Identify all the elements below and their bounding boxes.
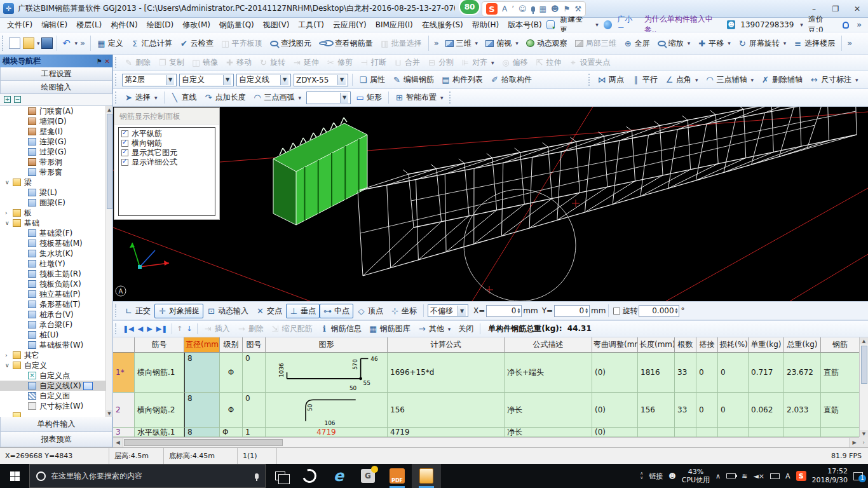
collapse-all-icon[interactable]: − (14, 96, 21, 103)
rebar-toolbar-button[interactable]: ⇲ 缩尺配筋 (268, 322, 316, 336)
toolbar-handle[interactable] (115, 74, 118, 86)
scrollbar-thumb[interactable] (861, 346, 867, 384)
cell-picno[interactable]: 0 (243, 353, 266, 393)
emoji-icon[interactable]: ☺ (519, 4, 527, 13)
toolbar-button[interactable]: ╲ 直线 (167, 90, 201, 105)
tree-item[interactable]: › 板 (0, 208, 112, 218)
chevron-down-icon[interactable]: ▼ (337, 75, 346, 85)
rebar-toolbar-button[interactable]: 关闭 (454, 322, 477, 336)
snap-button[interactable]: ⊶ 中点 (320, 304, 353, 318)
row-number[interactable]: 3 (113, 428, 135, 437)
rebar-toolbar-button[interactable]: ▦ 钢筋图库 (365, 322, 414, 336)
toolbar-button[interactable]: ✎ 删除 (121, 55, 154, 70)
dropdown-select[interactable]: ZDYX-55 ▼ (294, 74, 348, 86)
toolbar-button[interactable]: ✂ 修剪 (323, 55, 356, 70)
menu-item[interactable]: 编辑(E) (37, 20, 72, 30)
toolbar-button[interactable]: ✐ 拾取构件 (487, 72, 536, 87)
search-mic-icon[interactable] (255, 473, 259, 479)
next-record-icon[interactable]: ▶ (145, 325, 154, 333)
cell-qty[interactable]: 33 (675, 393, 696, 428)
tree-item[interactable]: 圈梁(E) (0, 198, 112, 208)
link-status[interactable]: 链接 (649, 471, 663, 481)
tree-item[interactable]: ∨ 梁 (0, 177, 112, 187)
toolbar-button[interactable]: ⌖ 设置夹点 (566, 55, 614, 70)
cell-unitweight[interactable] (749, 428, 784, 437)
undo-button[interactable]: ↶ (61, 37, 72, 49)
open-file-button[interactable] (23, 37, 34, 49)
touch-keyboard-icon[interactable] (770, 473, 780, 479)
scroll-left-icon[interactable]: ◀ (113, 438, 123, 447)
tree-expander-icon[interactable]: › (5, 210, 13, 216)
taskbar-app-pdf[interactable]: PDF (383, 464, 412, 488)
toolbar-button[interactable]: 三维 ▾ (442, 36, 482, 51)
toolbar-button[interactable]: ⊟ 分割 (424, 55, 458, 70)
menu-item[interactable]: 云应用(Y) (329, 20, 371, 30)
chevron-down-icon[interactable]: ▾ (595, 22, 599, 28)
people-icon[interactable]: ☻ (668, 472, 675, 480)
profile-icon[interactable]: ☻ (551, 4, 559, 13)
project-settings-button[interactable]: 工程设置 (0, 67, 112, 81)
toolbar-handle[interactable] (449, 92, 452, 104)
toolbar-handle[interactable] (588, 74, 592, 86)
tree-item[interactable]: 梁(L) (0, 187, 112, 198)
new-file-button[interactable] (9, 37, 20, 49)
menu-item[interactable]: 版本号(B) (503, 20, 546, 30)
scrollbar-thumb[interactable] (124, 439, 283, 446)
tree-item[interactable]: 筏板基础(M) (0, 238, 112, 248)
toolbar-button[interactable]: ◠ 三点画弧 ▾ (250, 90, 306, 105)
toolbar-handle[interactable] (115, 92, 118, 104)
cell-category[interactable] (821, 428, 859, 437)
chevron-down-icon[interactable]: ▾ (448, 326, 451, 332)
toolbar-button[interactable]: ⊔ 合并 (390, 55, 424, 70)
cell-name[interactable]: 横向钢筋.2 (135, 393, 184, 428)
task-view-button[interactable] (266, 464, 295, 488)
toolbar-button[interactable]: ≡ 选择楼层 (790, 36, 839, 51)
toolbar-button[interactable]: 局部三维 (571, 36, 620, 51)
toolbar-button[interactable]: ▦ 定义 (93, 36, 127, 51)
cell-desc[interactable]: 净长 (505, 393, 592, 428)
scroll-down-icon[interactable]: ▼ (106, 410, 112, 417)
tree-expander-icon[interactable]: ∨ (5, 179, 13, 186)
row-number[interactable]: 1* (113, 353, 135, 393)
row-number[interactable]: 2 (113, 393, 135, 428)
cell-picno[interactable]: 1 (243, 428, 266, 437)
display-option-row[interactable]: 横向钢筋 (119, 139, 215, 148)
scroll-down-icon[interactable]: ▼ (860, 430, 868, 437)
toolbar-button[interactable]: 俯视 ▾ (482, 36, 522, 51)
sogou-logo-icon[interactable]: S (486, 3, 498, 15)
tree-item[interactable]: 带形窗 (0, 167, 112, 177)
toolbar-button[interactable]: ∠ 点角 ▾ (661, 72, 702, 87)
cell-loss[interactable]: 0 (718, 393, 749, 428)
toolbar-handle[interactable] (115, 323, 118, 335)
select-tool-button[interactable]: ➤ 选择 ▾ (121, 90, 161, 105)
cell-qty[interactable]: 33 (675, 353, 696, 393)
tree-item[interactable]: 壁龛(I) (0, 126, 112, 137)
notification-center-icon[interactable]: 1 (853, 472, 863, 480)
menu-item[interactable]: BIM应用(I) (371, 20, 417, 30)
toolbar-button[interactable]: ⊫ 对齐 ▾ (458, 55, 498, 70)
tree-item[interactable] (0, 411, 112, 417)
tree-item[interactable]: 墙洞(D) (0, 116, 112, 126)
cell-desc[interactable]: 净长+端头 (505, 353, 592, 393)
toolbar-button[interactable]: ❐ 复制 (154, 55, 188, 70)
x-input[interactable]: 0 ▲▼ (486, 305, 522, 317)
scroll-corner[interactable]: › (859, 437, 868, 447)
table-horizontal-scrollbar[interactable]: ◀ ▶ (113, 437, 859, 447)
toolbar-button[interactable]: ↔ 尺寸标注 ▾ (806, 72, 862, 87)
viewport-3d[interactable]: A 钢筋显示控制面板 水平纵筋 横向钢筋 (113, 107, 868, 301)
chevron-down-icon[interactable]: ▾ (491, 60, 494, 66)
toolbar-button[interactable]: 缩放 ▾ (654, 36, 695, 51)
toolbar-handle[interactable] (115, 304, 118, 317)
toolbar-button[interactable]: ✚ 移动 (222, 55, 255, 70)
table-row-clipped[interactable]: 3 水平纵筋.1 8 Φ 1 4719 4719 净长 (0) (113, 428, 859, 437)
scroll-right-icon[interactable]: ▶ (849, 438, 859, 447)
cell-formula[interactable]: 156 (388, 393, 505, 428)
cell-bend[interactable]: (0) (592, 393, 638, 428)
chevron-down-icon[interactable]: ▼ (458, 306, 466, 316)
display-option-row[interactable]: 显示详细公式 (119, 158, 215, 167)
toolbar-button[interactable]: ◫ 镜像 (188, 55, 222, 70)
overflow-chevron-icon[interactable]: » (431, 39, 442, 48)
overflow-chevron-icon[interactable]: » (854, 20, 864, 29)
col-header-name[interactable]: 筋号 (135, 337, 184, 353)
col-header-totalweight[interactable]: 总重(kg) (784, 337, 821, 353)
